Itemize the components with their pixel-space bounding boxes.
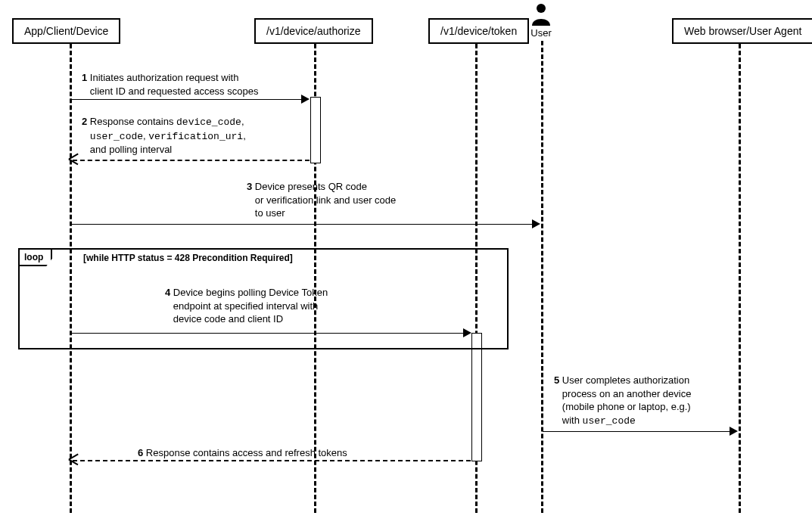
sequence-diagram: App/Client/Device /v1/device/authorize /… <box>0 0 812 528</box>
msg4-num: 4 <box>165 287 170 298</box>
msg3-text-b: or verification link and user code <box>255 194 396 206</box>
msg2-code-c: verification_uri <box>148 131 243 142</box>
msg2-code-b: user_code <box>90 131 143 142</box>
msg2-text-a: Response contains <box>90 116 176 127</box>
participant-app-label: App/Client/Device <box>24 25 108 37</box>
msg5-text-a: User completes authorization <box>562 374 689 386</box>
msg5-code-a: user_code <box>583 415 636 427</box>
msg6-text-a: Response contains access and refresh tok… <box>146 447 347 458</box>
lifeline-browser <box>739 44 741 513</box>
msg6-num: 6 <box>138 447 143 458</box>
msg3-num: 3 <box>247 181 252 192</box>
msg4-line <box>71 333 469 334</box>
msg5-label: 5 User completes authorization process o… <box>554 374 751 427</box>
participant-app: App/Client/Device <box>12 18 120 44</box>
loop-tab: loop <box>18 248 52 266</box>
msg1-arrow <box>301 95 310 104</box>
msg6-label: 6 Response contains access and refresh t… <box>138 446 347 460</box>
participant-token-label: /v1/device/token <box>440 25 517 37</box>
msg4-text-a: Device begins polling Device Token <box>173 287 328 298</box>
msg1-line <box>71 99 307 100</box>
msg4-text-c: device code and client ID <box>173 313 283 325</box>
participant-user: User <box>527 3 555 39</box>
participant-user-label: User <box>527 27 555 39</box>
msg2-code-a: device_code <box>176 116 241 128</box>
msg5-text-b: process on an another device <box>562 388 692 399</box>
msg3-arrow <box>532 219 540 228</box>
msg4-arrow <box>463 328 471 337</box>
user-icon <box>530 3 552 26</box>
msg1-text-a: Initiates authorization request with <box>90 72 239 83</box>
participant-token: /v1/device/token <box>428 18 529 44</box>
msg1-num: 1 <box>82 72 87 83</box>
msg2-text-b: and polling interval <box>90 144 172 155</box>
msg2-line <box>73 160 310 161</box>
activation-token <box>471 333 482 461</box>
msg4-label: 4 Device begins polling Device Token end… <box>165 286 392 326</box>
msg2-sep-a: , <box>241 116 244 127</box>
participant-browser: Web browser/User Agent <box>672 18 812 44</box>
msg5-text-c: (mobile phone or laptop, e.g.) <box>562 401 691 412</box>
participant-browser-label: Web browser/User Agent <box>684 25 801 37</box>
participant-authorize-label: /v1/device/authorize <box>266 25 361 37</box>
msg2-num: 2 <box>82 116 87 127</box>
msg2-sep-c: , <box>243 130 246 141</box>
msg2-label: 2 Response contains device_code, user_co… <box>82 115 324 157</box>
msg6-line <box>73 460 471 461</box>
svg-point-0 <box>537 4 546 13</box>
msg3-label: 3 Device presents QR code or verificatio… <box>247 180 443 220</box>
msg5-line <box>543 431 732 432</box>
msg1-text-b: client ID and requested access scopes <box>90 85 259 97</box>
msg3-text-a: Device presents QR code <box>255 181 367 192</box>
msg3-text-c: to user <box>255 207 285 219</box>
loop-guard: [while HTTP status = 428 Precondition Re… <box>83 253 293 263</box>
lifeline-user <box>541 41 543 513</box>
msg5-num: 5 <box>554 374 559 386</box>
msg5-arrow <box>730 427 738 436</box>
msg5-text-d: with <box>562 415 583 426</box>
participant-authorize: /v1/device/authorize <box>254 18 373 44</box>
msg3-line <box>71 224 534 225</box>
msg4-text-b: endpoint at specified interval with <box>173 300 319 312</box>
msg1-label: 1 Initiates authorization request with c… <box>82 71 309 98</box>
